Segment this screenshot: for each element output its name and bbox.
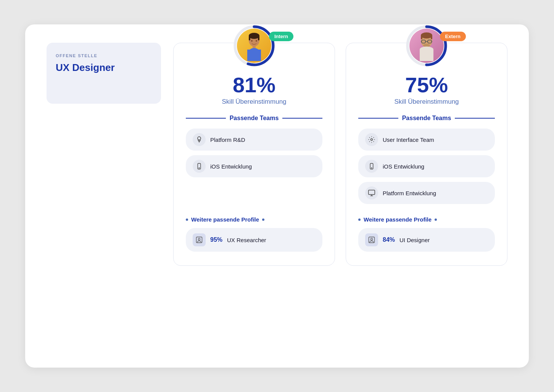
- profile-pct-intern: 95%: [210, 236, 222, 243]
- team-name-platform: Platform Entwicklung: [383, 190, 436, 196]
- svg-rect-5: [258, 36, 259, 40]
- more-profiles-title-intern[interactable]: Weitere passende Profile: [191, 216, 259, 223]
- section-line-left-intern: [186, 118, 226, 119]
- intern-badge: Intern: [269, 32, 293, 41]
- section-line-left-extern: [358, 118, 398, 119]
- avatar-ring-extern: [406, 25, 448, 67]
- profile-pct-extern: 84%: [383, 236, 395, 243]
- teams-title-intern: Passende Teams: [230, 115, 279, 122]
- open-position-title: UX Designer: [56, 62, 152, 74]
- svg-rect-22: [421, 35, 422, 39]
- avatar-ring-intern: [233, 25, 275, 67]
- gear-icon-extern: [365, 133, 378, 146]
- team-tag-2-intern[interactable]: iOS Entwicklung: [186, 155, 322, 177]
- svg-point-35: [371, 168, 372, 169]
- profile-suggestion-extern[interactable]: 84% UI Designer: [358, 228, 495, 252]
- score-percent-intern: 81%: [233, 74, 275, 96]
- desktop-icon-extern: [365, 186, 378, 199]
- team-name-ios-intern: iOS Entwicklung: [210, 163, 252, 170]
- svg-point-29: [423, 44, 430, 47]
- svg-point-33: [371, 139, 373, 141]
- team-name-rd: Platform R&D: [210, 137, 245, 143]
- more-profiles-header-extern: Weitere passende Profile: [358, 216, 495, 223]
- svg-point-7: [256, 40, 257, 42]
- svg-point-40: [371, 238, 373, 240]
- team-tag-1-intern[interactable]: Platform R&D: [186, 129, 322, 151]
- teams-header-intern: Passende Teams: [186, 115, 322, 122]
- open-position-label: OFFENE STELLE: [56, 53, 152, 58]
- profile-card-extern: Extern 75% Skill Übereinstimmung Passend…: [346, 43, 507, 266]
- teams-header-extern: Passende Teams: [358, 115, 495, 122]
- section-line-right-intern: [282, 118, 322, 119]
- teams-title-extern: Passende Teams: [402, 115, 451, 122]
- profile-name-extern: UI Designer: [399, 237, 430, 243]
- dot-left-intern: [186, 218, 188, 221]
- score-label-extern: Skill Übereinstimmung: [394, 98, 459, 106]
- score-label-intern: Skill Übereinstimmung: [222, 98, 286, 106]
- avatar-extern: [409, 29, 444, 63]
- profile-icon-intern: [193, 233, 206, 246]
- team-name-ios-extern: iOS Entwicklung: [383, 163, 424, 170]
- team-name-ui: User Interface Team: [383, 137, 434, 143]
- teams-list-intern: Platform R&D iOS Entwicklung: [186, 129, 322, 177]
- more-profiles-extern: Weitere passende Profile 84% UI Designer: [358, 216, 495, 252]
- profile-name-intern: UX Researcher: [227, 237, 266, 243]
- cards-row: Intern 81% Skill Übereinstimmung Passend…: [173, 43, 507, 266]
- lightbulb-icon: [193, 133, 206, 146]
- svg-point-32: [420, 47, 433, 53]
- more-profiles-intern: Weitere passende Profile 95% UX Research…: [186, 216, 322, 252]
- svg-rect-4: [249, 36, 250, 40]
- person-intern-icon: [239, 31, 269, 61]
- svg-point-6: [251, 40, 253, 42]
- svg-rect-10: [247, 50, 261, 61]
- dot-right-extern: [435, 218, 437, 221]
- dot-left-extern: [358, 218, 361, 221]
- more-profiles-title-extern[interactable]: Weitere passende Profile: [364, 216, 432, 223]
- svg-point-15: [199, 168, 200, 169]
- person-extern-icon: [411, 31, 442, 61]
- profile-icon-extern: [365, 233, 378, 246]
- avatar-area-intern: Intern: [233, 25, 275, 67]
- team-tag-2-extern[interactable]: iOS Entwicklung: [358, 155, 495, 177]
- score-percent-extern: 75%: [405, 74, 448, 96]
- profile-suggestion-intern[interactable]: 95% UX Researcher: [186, 228, 322, 252]
- svg-rect-36: [369, 190, 375, 195]
- team-tag-3-extern[interactable]: Platform Entwicklung: [358, 182, 495, 204]
- mobile-icon-intern: [193, 160, 206, 173]
- extern-badge: Extern: [440, 32, 466, 41]
- profile-card-intern: Intern 81% Skill Übereinstimmung Passend…: [173, 43, 335, 266]
- teams-list-extern: User Interface Team iOS Entwicklung: [358, 129, 495, 204]
- avatar-area-extern: Extern: [406, 25, 448, 67]
- avatar-intern: [237, 29, 271, 63]
- mobile-icon-extern: [365, 160, 378, 173]
- open-position-card: OFFENE STELLE UX Designer: [47, 43, 161, 104]
- svg-point-3: [249, 33, 259, 39]
- svg-point-17: [198, 238, 200, 240]
- section-line-right-extern: [455, 118, 495, 119]
- more-profiles-header-intern: Weitere passende Profile: [186, 216, 322, 223]
- svg-point-11: [198, 137, 201, 140]
- team-tag-1-extern[interactable]: User Interface Team: [358, 129, 495, 151]
- main-container: OFFENE STELLE UX Designer: [25, 24, 529, 368]
- svg-rect-23: [431, 35, 432, 39]
- dot-right-intern: [262, 218, 264, 221]
- svg-point-21: [421, 32, 432, 39]
